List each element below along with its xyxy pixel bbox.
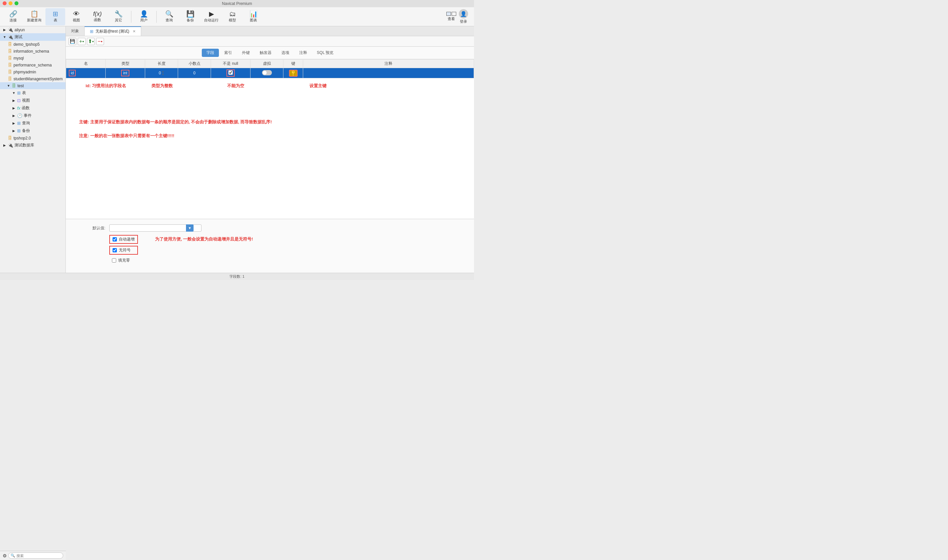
length-spinner[interactable]: ▲ ▼ — [162, 71, 164, 76]
sidebar-queries-label: 查询 — [22, 120, 30, 126]
delete-field-button[interactable]: − ● — [96, 38, 104, 45]
zerofill-label[interactable]: 填充零 — [109, 257, 138, 264]
field-key-cell[interactable]: 🔑 — [284, 68, 303, 78]
sidebar-item-demo-tpshop5[interactable]: 🗄 demo_tpshop5 — [0, 41, 66, 48]
save-button[interactable]: 💾 — [68, 38, 76, 45]
view-icon: 👁 — [73, 11, 80, 17]
auto-increment-label[interactable]: 自动递增 — [109, 235, 138, 244]
default-value-input[interactable] — [109, 225, 202, 232]
content-area: 对象 ⊞ 无标题@test (测试) ✕ 💾 + ● ⬆ ● − — [66, 26, 474, 273]
sidebar-item-tables[interactable]: ▼ ⊞ 表 — [0, 89, 66, 97]
db-icon4: 🗄 — [8, 63, 12, 68]
sidebar-item-perf-schema[interactable]: 🗄 performance_schema — [0, 62, 66, 68]
sidebar-item-test-database[interactable]: ▶ 🔌 测试数据库 — [0, 142, 66, 149]
toolbar-other[interactable]: 🔧 其它 — [109, 8, 128, 25]
sidebar-item-mysql[interactable]: 🗄 mysql — [0, 55, 66, 62]
tab-untitled[interactable]: ⊞ 无标题@test (测试) ✕ — [85, 26, 141, 36]
db-icon3: 🗄 — [8, 55, 12, 60]
new-query-icon: 📋 — [30, 11, 39, 17]
app-title: Navicat Premium — [222, 1, 252, 6]
toolbar-table[interactable]: ⊞ 表 — [45, 8, 65, 25]
field-name-cell[interactable]: id — [66, 68, 106, 78]
toggle-tables[interactable]: ▼ — [12, 91, 16, 95]
zerofill-checkbox[interactable] — [112, 258, 116, 263]
toggle-test-conn[interactable]: ▼ — [3, 35, 6, 39]
toggle-queries[interactable]: ▶ — [12, 122, 16, 125]
db-icon7: 🗄 — [12, 83, 16, 88]
toolbar-view[interactable]: 👁 视图 — [66, 8, 86, 25]
virtual-toggle[interactable] — [262, 70, 272, 75]
toggle-functions[interactable]: ▶ — [12, 106, 16, 110]
tab-close-icon[interactable]: ✕ — [133, 29, 136, 34]
toolbar-login[interactable]: 👤 登录 — [459, 9, 468, 24]
window-controls[interactable] — [3, 1, 18, 5]
sidebar-item-queries[interactable]: ▶ ⊞ 查询 — [0, 120, 66, 127]
toggle-knob — [263, 71, 267, 75]
views-icon: ⊡ — [17, 98, 21, 103]
tab-sql-preview[interactable]: SQL 预览 — [312, 49, 338, 57]
unsigned-label[interactable]: 无符号 — [109, 246, 138, 255]
sidebar-item-info-schema[interactable]: 🗄 information_schema — [0, 48, 66, 55]
save-icon: 💾 — [70, 39, 75, 44]
toolbar-autorun[interactable]: ▶ 自动运行 — [202, 8, 221, 25]
field-type-cell[interactable]: int — [106, 68, 145, 78]
tab-foreign-keys[interactable]: 外键 — [237, 49, 254, 57]
sidebar-item-studentmgmt[interactable]: 🗄 studentManagementSystem — [0, 75, 66, 82]
toggle-test-database[interactable]: ▶ — [3, 143, 6, 148]
sidebar-item-test-conn[interactable]: ▼ 🔌 测试 — [0, 33, 66, 41]
content-toolbar: 💾 + ● ⬆ ● − ● — [66, 36, 474, 47]
tab-options[interactable]: 选项 — [277, 49, 294, 57]
toolbar-function[interactable]: f(x) 函数 — [88, 8, 107, 25]
sidebar-item-test-db[interactable]: ▼ 🗄 test — [0, 82, 66, 89]
field-notnull-cell[interactable] — [211, 68, 250, 78]
titlebar: Navicat Premium — [0, 0, 474, 7]
toolbar-backup[interactable]: 💾 备份 — [180, 8, 200, 25]
toggle-events[interactable]: ▶ — [12, 114, 16, 118]
sidebar-tpshop2-label: tpshop2.0 — [14, 136, 31, 140]
table-row[interactable]: id int 0 ▲ ▼ — [66, 68, 474, 78]
toggle-backups[interactable]: ▶ — [12, 129, 16, 133]
toolbar-connect[interactable]: 🔗 连接 — [3, 8, 23, 25]
unsigned-checkbox[interactable] — [113, 248, 117, 252]
length-down-arrow[interactable]: ▼ — [162, 73, 164, 76]
minimize-button[interactable] — [9, 1, 12, 5]
tab-indexes[interactable]: 索引 — [220, 49, 237, 57]
add-field-button[interactable]: + ● — [78, 38, 86, 45]
sidebar-item-phpmyadmin[interactable]: 🗄 phpmyadmin — [0, 68, 66, 75]
sidebar-item-tpshop2[interactable]: 🗄 tpshop2.0 — [0, 135, 66, 142]
toolbar-new-query[interactable]: 📋 新建查询 — [25, 8, 44, 25]
toggle-views[interactable]: ▶ — [12, 99, 16, 103]
tab-object[interactable]: 对象 — [66, 26, 85, 36]
toolbar-model[interactable]: 🗂 模型 — [222, 8, 242, 25]
tab-triggers[interactable]: 触发器 — [255, 49, 276, 57]
tab-comments[interactable]: 注释 — [294, 49, 312, 57]
queries-icon: ⊞ — [17, 121, 21, 126]
toggle-aliyun[interactable]: ▶ — [3, 28, 6, 32]
maximize-button[interactable] — [14, 1, 18, 5]
sidebar-item-views[interactable]: ▶ ⊡ 视图 — [0, 97, 66, 104]
auto-increment-checkbox[interactable] — [113, 237, 117, 242]
toolbar-view-toggle[interactable]: 查看 — [446, 12, 456, 22]
toolbar-query[interactable]: 🔍 查询 — [159, 8, 179, 25]
sidebar-item-functions[interactable]: ▶ fx 函数 — [0, 104, 66, 112]
db-icon2: 🗄 — [8, 49, 12, 54]
field-notnull-check[interactable] — [227, 69, 235, 77]
notnull-annotation: 不能为空 — [227, 83, 244, 89]
field-decimal-cell[interactable]: 0 — [178, 68, 211, 78]
close-button[interactable] — [3, 1, 6, 5]
sidebar-item-backups[interactable]: ▶ ⊞ 备份 — [0, 127, 66, 135]
tab-fields[interactable]: 字段 — [202, 49, 219, 57]
sidebar-functions-label: 函数 — [22, 105, 29, 111]
field-comment-cell[interactable] — [303, 68, 474, 78]
insert-field-button[interactable]: ⬆ ● — [87, 38, 95, 45]
toolbar-user[interactable]: 👤 用户 — [134, 8, 154, 25]
sidebar-item-events[interactable]: ▶ 🕐 事件 — [0, 112, 66, 120]
toggle-test-db[interactable]: ▼ — [6, 84, 11, 88]
field-virtual-cell[interactable] — [250, 68, 284, 78]
field-type-value: int — [121, 70, 129, 76]
notnull-checkbox[interactable] — [228, 71, 233, 75]
length-up-arrow[interactable]: ▲ — [162, 71, 164, 73]
toolbar-chart[interactable]: 📊 图表 — [244, 8, 264, 25]
field-length-cell[interactable]: 0 ▲ ▼ — [145, 68, 178, 78]
sidebar-item-aliyun[interactable]: ▶ 🔌 aliyun — [0, 26, 66, 33]
